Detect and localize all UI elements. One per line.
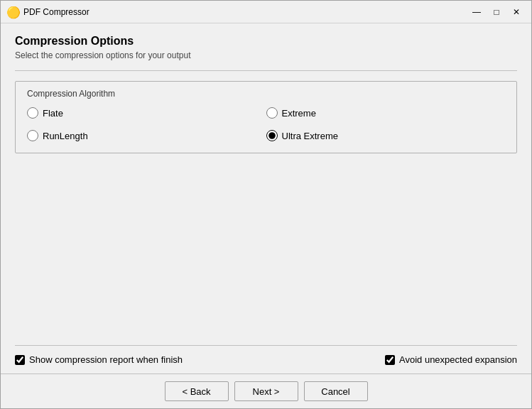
radio-ultra-extreme[interactable] — [266, 130, 278, 141]
back-button[interactable]: < Back — [165, 381, 229, 401]
radio-item-extreme[interactable]: Extreme — [266, 107, 506, 119]
radio-item-flate[interactable]: Flate — [27, 107, 266, 119]
window-title: PDF Compressor — [23, 7, 467, 17]
show-report-label: Show compression report when finish — [29, 354, 183, 365]
title-bar: 🟡 PDF Compressor — □ ✕ — [1, 1, 531, 23]
radio-grid: Flate Extreme RunLength Ultra Extreme — [27, 107, 505, 141]
cancel-button[interactable]: Cancel — [304, 381, 368, 401]
radio-flate[interactable] — [27, 107, 38, 119]
spacer — [15, 165, 517, 345]
radio-extreme[interactable] — [266, 107, 278, 119]
checkbox-show-report[interactable]: Show compression report when finish — [15, 354, 385, 365]
radio-ultra-extreme-label: Ultra Extreme — [282, 131, 338, 141]
radio-flate-label: Flate — [43, 108, 63, 119]
radio-item-runlength[interactable]: RunLength — [27, 130, 266, 141]
footer: < Back Next > Cancel — [1, 373, 531, 408]
main-window: 🟡 PDF Compressor — □ ✕ Compression Optio… — [0, 0, 532, 409]
group-label: Compression Algorithm — [27, 89, 505, 99]
content-area: Compression Options Select the compressi… — [1, 23, 531, 373]
avoid-expansion-input[interactable] — [385, 355, 395, 365]
page-subtitle: Select the compression options for your … — [15, 50, 517, 60]
radio-runlength[interactable] — [27, 130, 38, 141]
checkbox-avoid-expansion[interactable]: Avoid unexpected expansion — [385, 354, 517, 365]
show-report-input[interactable] — [15, 355, 25, 365]
checkboxes-row: Show compression report when finish Avoi… — [15, 345, 517, 373]
radio-item-ultra-extreme[interactable]: Ultra Extreme — [266, 130, 506, 141]
radio-runlength-label: RunLength — [43, 131, 88, 141]
minimize-button[interactable]: — — [467, 5, 486, 19]
radio-extreme-label: Extreme — [282, 108, 316, 119]
page-title: Compression Options — [15, 35, 517, 48]
avoid-expansion-label: Avoid unexpected expansion — [399, 354, 517, 365]
maximize-button[interactable]: □ — [487, 5, 506, 19]
compression-algorithm-group: Compression Algorithm Flate Extreme RunL… — [15, 81, 517, 153]
app-icon: 🟡 — [6, 6, 19, 18]
next-button[interactable]: Next > — [234, 381, 298, 401]
close-button[interactable]: ✕ — [507, 5, 526, 19]
window-controls: — □ ✕ — [467, 5, 526, 19]
header-divider — [15, 70, 517, 71]
